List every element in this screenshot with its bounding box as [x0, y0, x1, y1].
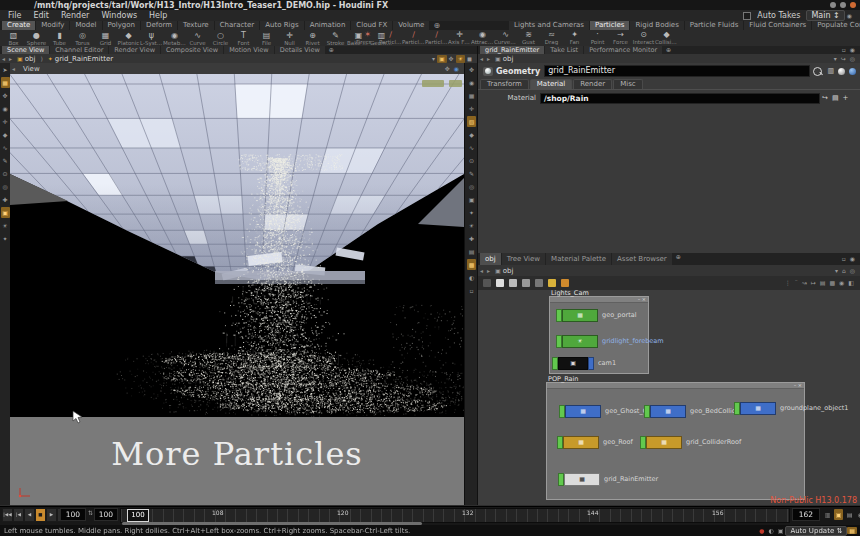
network-box-pop-rain[interactable]: POP_Rain ▦ geo_Ghost_Collider ▦ geo_BedC… — [546, 382, 805, 500]
viewport-display-icon[interactable]: ◐ — [467, 272, 476, 283]
viewport-display-icon[interactable]: ∿ — [467, 142, 476, 153]
viewport-tool-icon[interactable]: ✦ — [1, 233, 10, 244]
back-icon[interactable]: ◂ — [478, 267, 485, 274]
message-icon[interactable]: ◐ — [766, 527, 775, 534]
pin-icon[interactable]: ◎ — [848, 55, 857, 63]
playbar-option-icon[interactable]: ▥ — [823, 509, 832, 520]
node-palette-swatch[interactable] — [535, 279, 543, 287]
back-icon[interactable]: ◂ — [0, 55, 7, 62]
network-tool-icon[interactable]: ¨ — [793, 279, 800, 287]
menu-item[interactable]: Help — [143, 10, 173, 21]
viewport-display-icon[interactable]: ◉ — [467, 77, 476, 88]
add-shelf-icon[interactable]: ⊕ — [430, 21, 443, 30]
shelf-tab[interactable]: Particles — [590, 21, 630, 30]
shelf-tab[interactable]: Populate Containers — [812, 21, 860, 30]
network-tool-icon[interactable]: ◉ — [837, 279, 846, 287]
node-info-icon[interactable] — [849, 68, 856, 75]
shelf-tab[interactable]: Particle Fluids — [685, 21, 744, 30]
menu-item[interactable]: Edit — [27, 10, 55, 21]
shelf-tool[interactable]: ○ Circle — [209, 31, 232, 46]
add-pane-tab-icon[interactable]: ⊕ — [326, 46, 337, 54]
viewport-tool-icon[interactable]: ✎ — [1, 155, 10, 166]
transport-button[interactable]: ■ — [35, 508, 46, 522]
shelf-tool[interactable]: ◆ Platonic — [117, 31, 140, 46]
playbar-option-icon[interactable]: ▣ — [834, 509, 843, 520]
shelf-tab[interactable]: Character — [215, 21, 260, 30]
viewport-tool-icon[interactable]: ✥ — [1, 90, 10, 101]
pane-tab[interactable]: Performance Monitor — [584, 46, 662, 54]
viewport-tool-icon[interactable]: ◉ — [1, 103, 10, 114]
network-editor[interactable]: Lights_Cam ▦ geo_portal ☀ gridlight_fore… — [478, 290, 860, 505]
forward-icon[interactable]: ▸ — [485, 55, 492, 62]
viewport-display-icon[interactable]: ▣ — [467, 194, 476, 205]
viewport-display-icon[interactable]: ◎ — [467, 181, 476, 192]
shelf-tool[interactable]: · Point — [586, 30, 609, 45]
forward-icon[interactable]: ▸ — [485, 267, 492, 274]
shelf-tab[interactable]: Texture — [178, 21, 214, 30]
shelf-tool[interactable]: ▤ File — [255, 31, 278, 46]
shelf-tab[interactable]: Model — [70, 21, 101, 30]
takes-icon[interactable]: ◉ — [845, 12, 854, 20]
viewport-display-icon[interactable]: ✦ — [467, 207, 476, 218]
folder-tab[interactable]: Transform — [480, 79, 529, 89]
shelf-tool[interactable]: ◎ Torus — [71, 31, 94, 46]
network-box-bar[interactable] — [550, 297, 648, 303]
network-node[interactable]: ▦ grid_ColliderRoof — [640, 436, 741, 448]
shelf-tab[interactable]: Rigid Bodies — [630, 21, 683, 30]
viewport-canvas[interactable] — [10, 74, 464, 417]
viewport-display-icon[interactable]: ✚ — [467, 233, 476, 244]
viewport-display-icon[interactable]: ✛ — [467, 103, 476, 114]
snapshot-icon[interactable]: ▣ — [437, 55, 447, 63]
take-menu[interactable]: Main ↕ — [806, 10, 844, 21]
shelf-tab[interactable]: Cloud FX — [351, 21, 392, 30]
jump-to-operator-icon[interactable]: ↪ — [820, 94, 830, 102]
shelf-tool[interactable]: ∕ Particles fr... — [425, 30, 448, 45]
node-name-field[interactable]: grid_RainEmitter — [544, 65, 810, 77]
network-path[interactable]: ▣obj — [492, 267, 516, 275]
globe-icon[interactable]: ◉ — [452, 65, 461, 73]
viewport-display-icon[interactable]: ▦ — [467, 90, 476, 101]
playbar-option-icon[interactable]: ◉ — [856, 509, 860, 520]
add-icon[interactable]: + — [841, 94, 851, 102]
viewport-tool-icon[interactable]: ⊙ — [1, 168, 10, 179]
shelf-tab[interactable]: Animation — [305, 21, 351, 30]
pane-tab[interactable]: Render View — [109, 46, 160, 54]
material-field[interactable]: /shop/Rain — [540, 93, 820, 104]
node-palette-swatch[interactable] — [561, 279, 569, 287]
shelf-tool[interactable]: ▧ Box — [2, 31, 25, 46]
pane-tab[interactable]: Material Palette — [546, 253, 611, 265]
node-palette-swatch[interactable] — [483, 279, 491, 287]
link-icon[interactable]: ✥ — [443, 65, 452, 73]
viewport-tool-icon[interactable]: ✛ — [1, 116, 10, 127]
undo-path-icon[interactable]: ↪ — [839, 55, 848, 63]
shelf-tab[interactable]: Polygon — [103, 21, 141, 30]
shelf-tool[interactable]: ∿ Curve — [186, 31, 209, 46]
network-node[interactable]: ▦ geo_BedCollider — [644, 405, 743, 417]
shelf-tool[interactable]: ≈ Drag — [540, 30, 563, 45]
back-icon[interactable]: ◂ — [478, 55, 485, 62]
viewport-tool-icon[interactable]: ▦ — [1, 77, 10, 88]
shelf-tool[interactable]: ∿ Curve Force — [494, 30, 517, 45]
pane-tab[interactable]: grid_RainEmitter — [480, 46, 544, 54]
network-box-bar[interactable] — [547, 383, 804, 389]
path-node[interactable]: ✦grid_RainEmitter — [45, 55, 116, 63]
shelf-tool[interactable]: ✛ Null — [278, 31, 301, 46]
home-icon[interactable]: ⌂ — [840, 267, 848, 275]
range-end-field[interactable]: 162 — [792, 508, 820, 521]
network-node[interactable]: ▦ groundplane_object1 — [734, 402, 848, 414]
network-tool-icon[interactable]: ▩ — [827, 279, 837, 287]
shelf-tool[interactable]: ◆ Collision d... — [655, 30, 678, 45]
node-body[interactable]: ▦ — [740, 402, 776, 415]
view-tab[interactable]: View — [17, 65, 46, 73]
shelf-tool[interactable]: T Font — [232, 31, 255, 46]
shelf-tool[interactable]: ◉ Attract to... — [471, 30, 494, 45]
node-body[interactable]: ▦ — [564, 473, 600, 486]
viewport-display-icon[interactable]: ✥ — [467, 64, 476, 75]
param-path[interactable]: ▣obj — [492, 55, 516, 63]
node-palette-swatch[interactable] — [509, 279, 517, 287]
pane-menu-icon[interactable]: ◉ — [848, 46, 857, 54]
transport-button[interactable]: |◀ — [13, 508, 24, 522]
transport-button[interactable]: ◀ — [24, 508, 35, 522]
shelf-tool[interactable]: ≋ Gust — [517, 30, 540, 45]
pane-tab[interactable]: Details View — [275, 46, 325, 54]
